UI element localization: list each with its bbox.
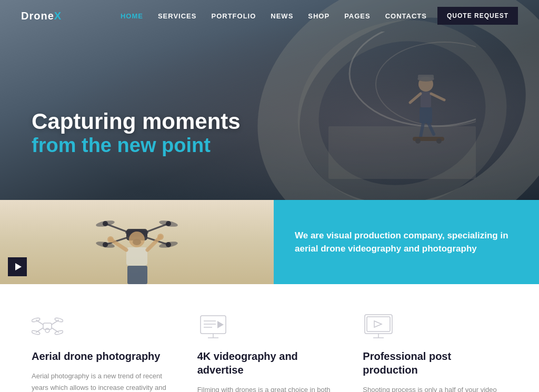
service-title-aerial: Aerial drone photography (32, 349, 176, 363)
service-title-post: Professional post production (363, 349, 507, 377)
logo[interactable]: DroneX (21, 10, 62, 22)
svg-point-39 (45, 328, 49, 333)
service-desc-post: Shooting process is only a half of your … (363, 384, 507, 392)
service-card-post: Professional post production Shooting pr… (363, 310, 507, 392)
svg-marker-57 (374, 321, 382, 327)
svg-rect-9 (420, 107, 432, 123)
nav-item-contacts[interactable]: CONTACTS (385, 11, 427, 21)
hero-title-line2: from the new point (32, 134, 241, 158)
service-title-video: 4K videography and advertise (197, 349, 342, 377)
svg-rect-6 (421, 92, 431, 107)
nav-item-portfolio[interactable]: PORTFOLIO (211, 11, 256, 21)
svg-point-25 (103, 221, 108, 226)
person-svg (79, 226, 195, 284)
nav-link-home[interactable]: HOME (121, 12, 143, 20)
nav-item-pages[interactable]: PAGES (344, 11, 371, 21)
nav-link-news[interactable]: NEWS (271, 12, 293, 20)
svg-point-0 (350, 32, 476, 126)
nav-link-portfolio[interactable]: PORTFOLIO (211, 12, 256, 20)
service-card-aerial: Aerial drone photography Aerial photogra… (32, 310, 176, 392)
svg-point-31 (129, 232, 145, 247)
svg-rect-5 (418, 75, 434, 80)
service-desc-aerial: Aerial photography is a new trend of rec… (32, 370, 176, 392)
service-card-video: 4K videography and advertise Filming wit… (197, 310, 342, 392)
logo-x: X (54, 10, 62, 22)
hero-title-line1: Capturing moments (32, 109, 241, 134)
svg-line-40 (36, 320, 43, 325)
navbar: DroneX HOME SERVICES PORTFOLIO NEWS SHOP… (0, 0, 539, 32)
svg-line-7 (410, 94, 421, 103)
nav-link-services[interactable]: SERVICES (158, 12, 197, 20)
nav-link-shop[interactable]: SHOP (308, 12, 330, 20)
svg-rect-56 (367, 317, 390, 331)
nav-item-home[interactable]: HOME (121, 11, 143, 21)
drone-service-icon (32, 310, 63, 342)
svg-line-42 (36, 328, 43, 333)
svg-rect-37 (127, 266, 147, 284)
svg-point-13 (415, 138, 421, 144)
logo-text: Drone (21, 10, 54, 22)
svg-line-41 (52, 320, 59, 325)
svg-point-35 (107, 236, 114, 243)
services-section: Aerial drone photography Aerial photogra… (0, 284, 539, 392)
svg-marker-52 (217, 321, 224, 328)
svg-rect-2 (328, 126, 476, 179)
svg-point-36 (157, 234, 164, 240)
play-icon (15, 263, 22, 270)
nav-link-pages[interactable]: PAGES (344, 12, 371, 20)
nav-links: HOME SERVICES PORTFOLIO NEWS SHOP PAGES … (121, 11, 427, 21)
svg-point-26 (166, 221, 171, 226)
monitor-service-icon (363, 310, 394, 342)
svg-rect-32 (126, 247, 147, 266)
hero-content: Capturing moments from the new point (32, 109, 241, 158)
quote-request-button[interactable]: QUOTE REQUEST (437, 7, 518, 25)
play-button[interactable] (8, 257, 27, 276)
video-service-icon (197, 310, 229, 342)
nav-item-shop[interactable]: SHOP (308, 11, 330, 21)
service-desc-video: Filming with drones is a great choice in… (197, 384, 342, 392)
feature-image (0, 200, 274, 284)
feature-description: We are visual production company, specia… (295, 229, 518, 256)
svg-point-14 (436, 138, 442, 144)
feature-text: We are visual production company, specia… (274, 200, 539, 284)
svg-line-43 (52, 328, 59, 333)
hero-section: DroneX HOME SERVICES PORTFOLIO NEWS SHOP… (0, 0, 539, 200)
nav-item-services[interactable]: SERVICES (158, 11, 197, 21)
hero-title-accent: new point (117, 134, 211, 156)
nav-link-contacts[interactable]: CONTACTS (385, 12, 427, 20)
svg-line-8 (431, 94, 444, 100)
feature-banner: We are visual production company, specia… (0, 200, 539, 284)
hero-title-plain: from the (32, 134, 117, 156)
skater-illustration (328, 32, 476, 179)
nav-item-news[interactable]: NEWS (271, 11, 293, 21)
svg-rect-55 (365, 315, 392, 334)
